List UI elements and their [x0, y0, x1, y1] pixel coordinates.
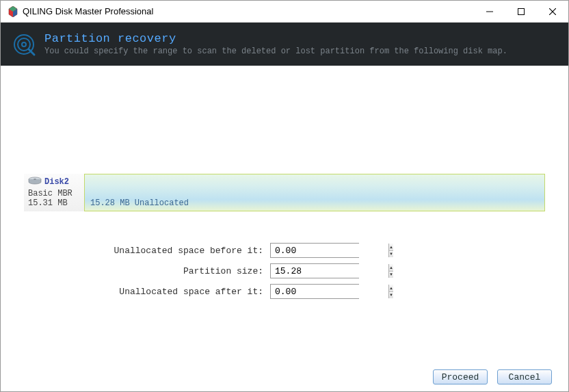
disk-name: Disk2: [44, 177, 69, 187]
partition-block[interactable]: 15.28 MB Unallocated: [84, 174, 545, 211]
field-before: Unallocated space before it: ▲ ▼ MB: [24, 243, 545, 258]
svg-rect-1: [518, 9, 525, 15]
recovery-icon: [10, 31, 38, 58]
svg-point-9: [34, 179, 36, 180]
size-fields: Unallocated space before it: ▲ ▼ MB Part…: [24, 243, 545, 299]
footer: Proceed Cancel: [1, 363, 568, 391]
field-size: Partition size: ▲ ▼ MB: [24, 263, 545, 278]
minimize-button[interactable]: [474, 1, 505, 23]
size-label: Partition size:: [24, 266, 270, 276]
size-down[interactable]: ▼: [389, 272, 393, 278]
before-down[interactable]: ▼: [389, 251, 393, 258]
partition-label: 15.28 MB Unallocated: [90, 198, 189, 208]
header-band: Partition recovery You could specify the…: [1, 23, 568, 66]
size-input[interactable]: [271, 264, 388, 278]
page-title: Partition recovery: [44, 32, 507, 45]
main-content: Disk2 Basic MBR 15.31 MB 15.28 MB Unallo…: [1, 66, 568, 363]
size-up[interactable]: ▲: [389, 264, 393, 272]
window-title: QILING Disk Master Professional: [23, 6, 474, 16]
disk-type: Basic MBR: [28, 189, 80, 198]
cancel-button[interactable]: Cancel: [497, 369, 552, 384]
before-input[interactable]: [271, 244, 388, 257]
before-up[interactable]: ▲: [389, 244, 393, 251]
svg-point-6: [22, 42, 26, 47]
after-spinner[interactable]: ▲ ▼: [270, 284, 359, 299]
disk-map: Disk2 Basic MBR 15.31 MB 15.28 MB Unallo…: [24, 174, 545, 211]
disk-size: 15.31 MB: [28, 198, 80, 208]
window-titlebar: QILING Disk Master Professional: [1, 1, 568, 23]
window-controls: [474, 1, 568, 22]
header-texts: Partition recovery You could specify the…: [44, 32, 507, 56]
after-up[interactable]: ▲: [389, 285, 393, 292]
close-button[interactable]: [537, 1, 568, 23]
disk-icon: [28, 177, 42, 187]
proceed-button[interactable]: Proceed: [433, 369, 488, 384]
maximize-button[interactable]: [505, 1, 537, 23]
field-after: Unallocated space after it: ▲ ▼ MB: [24, 284, 545, 299]
disk-info: Disk2 Basic MBR 15.31 MB: [24, 174, 84, 211]
app-icon: [8, 6, 18, 17]
size-spinner[interactable]: ▲ ▼: [270, 263, 359, 278]
after-label: Unallocated space after it:: [24, 287, 270, 297]
after-input[interactable]: [271, 285, 388, 298]
after-down[interactable]: ▼: [389, 292, 393, 299]
before-spinner[interactable]: ▲ ▼: [270, 243, 359, 258]
before-label: Unallocated space before it:: [24, 246, 270, 256]
page-subtitle: You could specify the range to scan the …: [44, 47, 507, 56]
